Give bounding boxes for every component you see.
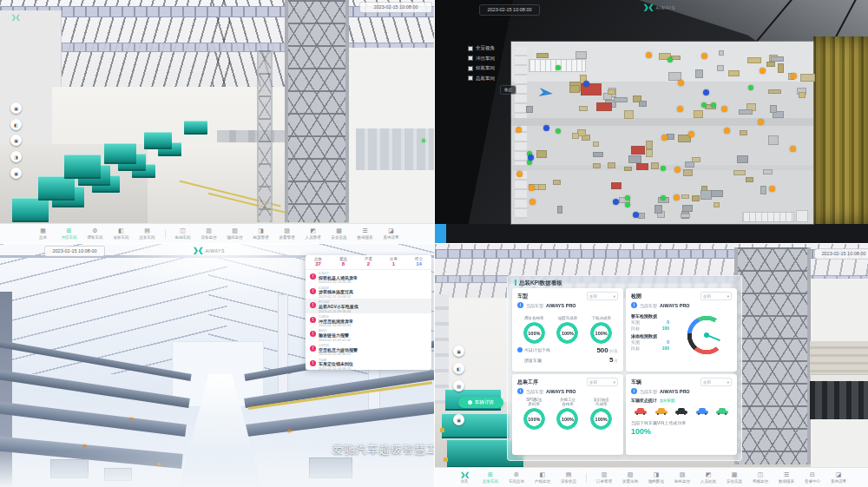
chevron-down-icon: ▾ xyxy=(727,294,729,299)
car-status-icon-3 xyxy=(696,407,708,415)
map-layer-item-1[interactable]: 冲压车间 xyxy=(468,56,495,62)
toolbar-item-1[interactable]: ⊞冲压车间 xyxy=(56,227,82,240)
machine-marker[interactable]: ▨ xyxy=(453,380,464,392)
toolbar-item-9[interactable]: ▨能耗监控 xyxy=(669,471,695,484)
toolbar-item-6[interactable]: ◫电池车间 xyxy=(170,227,196,240)
card-dropdown[interactable]: 全部▾ xyxy=(587,292,618,300)
card-vehicle-status: 车辆 全部▾ i当前车型AIWAYS PRO 车辆状态统计实时刷新 当前下线车辆… xyxy=(626,374,737,455)
toolbar-item-2[interactable]: ⚙车间总览 xyxy=(503,471,529,484)
toolbar-item-7[interactable]: ▧质量追溯 xyxy=(617,471,643,484)
toolbar-item-11[interactable]: ◩人员管理 xyxy=(300,227,326,240)
alarm-tab-count: 2 xyxy=(367,261,370,267)
toolbar-item-8[interactable]: ▧物流监控 xyxy=(222,227,248,240)
map-white-bar xyxy=(529,59,586,72)
toolbar-item-14[interactable]: ⊟告警中心 xyxy=(799,471,825,484)
map-layer-item-3[interactable]: 总装车间 xyxy=(468,76,495,82)
alarm-tab-0[interactable]: 总数37 xyxy=(306,255,331,269)
alarm-bell-icon: ! xyxy=(310,302,316,308)
map-alert-cluster xyxy=(581,83,602,95)
map-equipment-cluster xyxy=(526,106,533,114)
vehicle-detail-button[interactable]: 车辆详情 xyxy=(458,397,503,408)
stat-label: 今日计划下线 xyxy=(524,347,550,352)
map-shelf-block xyxy=(796,210,808,222)
machine-marker[interactable]: ▣ xyxy=(10,135,22,146)
toolbar-item-12[interactable]: ◫视频监控 xyxy=(747,471,773,484)
map-equipment-cluster xyxy=(788,73,794,81)
alarm-list-item-4[interactable]: !B012输送链张力报警2023-02-15 09:47:05 xyxy=(306,327,431,342)
map-alert-cluster xyxy=(631,146,645,155)
pill-dot-icon xyxy=(468,400,472,405)
map-equipment-cluster xyxy=(575,51,587,58)
machine-marker[interactable]: ▣ xyxy=(10,168,22,179)
map-equipment-cluster xyxy=(557,206,563,213)
map-layer-item-0[interactable]: 全景视角 xyxy=(468,45,495,51)
toolbar-item-icon: ▩ xyxy=(336,227,342,234)
toolbar-item-3[interactable]: ◧产线监控 xyxy=(529,471,556,484)
quad-view-canvas: ❯❮ ▣◧▣◨▣ 2023-02-15 10:08:00 ▦总览⊞冲压车间⚙焊装… xyxy=(0,0,868,487)
toolbar-item-8[interactable]: ◨物料配送 xyxy=(643,471,669,484)
right-rack-band xyxy=(810,341,868,374)
machine-marker[interactable]: ▣ xyxy=(453,346,464,357)
toolbar-item-icon: ▥ xyxy=(602,471,608,478)
toolbar-item-11[interactable]: ▩安全应急 xyxy=(721,471,747,484)
toolbar-item-label: 涂装车间 xyxy=(114,235,129,240)
map-equipment-cluster xyxy=(619,197,630,202)
alarm-list-item-3[interactable]: !C0816冲压压机润滑异常2023-02-15 09:52:33 xyxy=(306,313,431,328)
alarm-tab-4[interactable]: 提示14 xyxy=(406,255,431,269)
vehicle-value: AIWAYS PRO xyxy=(660,303,690,308)
alarm-list-item-1[interactable]: !C1009涂装线体温度过高2023-02-15 10:03:12 xyxy=(306,285,431,299)
map-equipment-cluster xyxy=(624,110,634,119)
alarm-bell-icon: ! xyxy=(310,273,316,280)
toolbar-item-1[interactable]: ⊞总装车间 xyxy=(477,471,503,484)
toolbar-item-15[interactable]: ◪系统设置 xyxy=(825,471,852,484)
toolbar-item-icon: ◩ xyxy=(706,471,712,478)
map-equipment-cluster xyxy=(760,186,766,194)
machine-marker[interactable]: ◧ xyxy=(10,119,22,130)
toolbar-item-9[interactable]: ◨能源管理 xyxy=(248,227,274,240)
card-dropdown[interactable]: 全部▾ xyxy=(587,378,618,386)
machine-marker[interactable]: ◨ xyxy=(10,151,22,162)
alarm-list-item-6[interactable]: !T008车身定位销未到位2023-02-15 09:36:19 xyxy=(306,357,431,370)
machine-marker[interactable]: ▣ xyxy=(10,102,22,114)
toolbar-item-13[interactable]: ☰数据报表 xyxy=(352,227,378,240)
map-equipment-cluster xyxy=(740,130,747,135)
car-status-icon-0 xyxy=(635,407,647,415)
machine-foot-1 xyxy=(440,428,444,432)
toolbar-item-3[interactable]: ◧涂装车间 xyxy=(108,227,135,240)
alarm-tab-3[interactable]: 次要1 xyxy=(381,255,406,269)
toolbar-item-4[interactable]: ▤总装车间 xyxy=(135,227,161,240)
toolbar-item-10[interactable]: ◩人员在岗 xyxy=(695,471,721,484)
alarm-tab-1[interactable]: 紧急8 xyxy=(331,255,356,269)
toolbar-item-12[interactable]: ▩安全应急 xyxy=(326,227,352,240)
car-body xyxy=(675,411,687,415)
card-dropdown[interactable]: 全部▾ xyxy=(700,378,732,386)
toolbar-item-4[interactable]: ▤设备状态 xyxy=(556,471,582,484)
toolbar-item-label: 数据报表 xyxy=(779,479,794,484)
map-equipment-cluster xyxy=(639,101,647,107)
toolbar-item-0[interactable]: ▦总览 xyxy=(30,227,56,240)
alarm-list-item-0[interactable]: !C1017焊装机器人通讯异常2023-02-15 10:05:28 xyxy=(306,270,431,285)
alarm-tab-2[interactable]: 严重2 xyxy=(356,255,381,269)
toolbar-item-10[interactable]: ▨质量管理 xyxy=(274,227,300,240)
card-dropdown[interactable]: 全部▾ xyxy=(700,292,732,300)
chevron-down-icon: ▾ xyxy=(614,380,615,385)
toolbar-item-icon: ◧ xyxy=(118,227,124,234)
toolbar-item-14[interactable]: ◪系统设置 xyxy=(378,227,404,240)
map-equipment-cluster xyxy=(681,214,690,219)
status-link[interactable]: 实时刷新 xyxy=(660,398,675,403)
toolbar-item-0[interactable]: ❯❮首页 xyxy=(451,471,477,484)
alarm-list-item-2[interactable]: !PLC02总装AGV小车电量低2023-02-15 09:58:46 xyxy=(306,299,431,313)
donut-gauge: 100% xyxy=(523,408,545,430)
collapse-chip[interactable]: 收起 xyxy=(501,86,516,94)
machine-marker[interactable]: ◧ xyxy=(453,363,464,374)
toolbar-item-7[interactable]: ▥设备监控 xyxy=(196,227,222,240)
map-equipment-cluster xyxy=(800,74,815,82)
toolbar-item-13[interactable]: ☰数据报表 xyxy=(773,471,799,484)
toolbar-item-6[interactable]: ▥订单管理 xyxy=(591,471,617,484)
factory-floorplan-map[interactable] xyxy=(511,42,813,224)
map-equipment-cluster xyxy=(668,72,681,82)
machine-marker[interactable]: ▣ xyxy=(453,414,464,425)
alarm-list-item-5[interactable]: !C0723空压机压力波动报警2023-02-15 09:40:51 xyxy=(306,342,431,357)
toolbar-item-2[interactable]: ⚙焊装车间 xyxy=(82,227,108,240)
map-layer-item-2[interactable]: 焊装车间 xyxy=(468,65,495,71)
